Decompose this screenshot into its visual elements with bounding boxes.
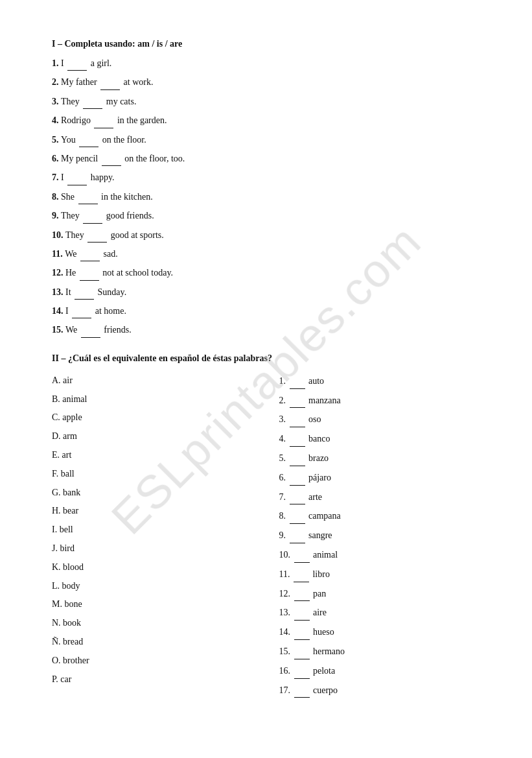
vocab-item: H. bear [52, 503, 253, 519]
vocab-number: 14. [279, 627, 293, 637]
vocab-item: D. arm [52, 429, 253, 444]
vocab-item: F. ball [52, 466, 253, 482]
exercise-item: 1. I a girl. [52, 56, 480, 71]
vocab-number: 3. [279, 414, 288, 424]
exercise-number: 7. [52, 172, 61, 182]
col-left: A. airB. animalC. appleD. armE. artF. ba… [52, 373, 266, 702]
vocab-item: L. body [52, 578, 253, 594]
section2-title: II – ¿Cuál es el equivalente en español … [52, 353, 480, 364]
section1-container: I – Completa usando: am / is / are 1. I … [52, 39, 480, 338]
vocab-item: 1. auto [279, 373, 481, 389]
fill-blank [78, 189, 98, 204]
exercise-number: 3. [52, 97, 61, 106]
exercise-list: 1. I a girl.2. My father at work.3. They… [52, 56, 480, 338]
two-column-layout: A. airB. animalC. appleD. armE. artF. ba… [52, 373, 480, 702]
vocab-item: O. brother [52, 653, 253, 669]
fill-blank [294, 682, 310, 698]
exercise-number: 11. [52, 249, 65, 259]
fill-blank [294, 566, 309, 582]
exercise-item: 3. They my cats. [52, 94, 480, 109]
vocab-item: 10. animal [279, 547, 481, 563]
fill-blank [294, 663, 310, 679]
vocab-number: 17. [279, 685, 293, 695]
vocab-number: 11. [279, 569, 292, 579]
fill-blank [94, 113, 113, 128]
exercise-item: 12. He not at school today. [52, 265, 480, 280]
exercise-item: 8. She in the kitchen. [52, 189, 480, 204]
section2-container: II – ¿Cuál es el equivalente en español … [52, 353, 480, 702]
vocab-item: 16. pelota [279, 663, 481, 679]
exercise-number: 5. [52, 135, 61, 145]
vocab-number: 5. [279, 453, 288, 463]
vocab-item: 13. aire [279, 604, 481, 621]
fill-blank [294, 586, 310, 602]
fill-blank [294, 547, 310, 563]
fill-blank [290, 489, 305, 505]
right-vocab-list: 1. auto2. manzana3. oso4. banco5. brazo6… [279, 373, 481, 698]
exercise-item: 14. I at home. [52, 303, 480, 318]
vocab-number: 16. [279, 666, 293, 676]
vocab-number: 10. [279, 550, 293, 560]
exercise-item: 13. It Sunday. [52, 285, 480, 300]
fill-blank [87, 228, 107, 243]
fill-blank [100, 75, 120, 89]
vocab-item: 14. hueso [279, 624, 481, 640]
vocab-item: 17. cuerpo [279, 682, 481, 698]
exercise-number: 1. [52, 58, 61, 68]
fill-blank [290, 508, 305, 524]
fill-blank [290, 392, 305, 409]
vocab-item: 7. arte [279, 489, 481, 505]
fill-blank [83, 94, 102, 109]
col-right: 1. auto2. manzana3. oso4. banco5. brazo6… [266, 373, 481, 702]
vocab-number: 9. [279, 530, 288, 540]
vocab-number: 2. [279, 396, 288, 405]
fill-blank [80, 246, 100, 261]
fill-blank [80, 265, 99, 280]
vocab-number: 8. [279, 511, 288, 521]
vocab-item: A. air [52, 373, 253, 388]
exercise-item: 6. My pencil on the floor, too. [52, 151, 480, 166]
vocab-item: 15. hermano [279, 643, 481, 659]
exercise-number: 12. [52, 268, 65, 278]
fill-blank [67, 170, 87, 185]
vocab-number: 6. [279, 473, 288, 482]
exercise-number: 6. [52, 154, 61, 163]
left-vocab-list: A. airB. animalC. appleD. armE. artF. ba… [52, 373, 253, 687]
section1-title: I – Completa usando: am / is / are [52, 39, 480, 49]
exercise-number: 10. [52, 230, 65, 240]
fill-blank [294, 604, 310, 621]
fill-blank [79, 132, 98, 147]
vocab-item: P. car [52, 672, 253, 687]
exercise-item: 10. They good at sports. [52, 228, 480, 243]
exercise-item: 15. We friends. [52, 322, 480, 337]
vocab-item: J. bird [52, 541, 253, 556]
vocab-item: G. bank [52, 485, 253, 501]
fill-blank [102, 151, 121, 166]
fill-blank [81, 322, 100, 337]
vocab-item: M. bone [52, 597, 253, 612]
exercise-item: 5. You on the floor. [52, 132, 480, 147]
vocab-number: 7. [279, 492, 288, 502]
exercise-item: 11. We sad. [52, 246, 480, 261]
vocab-item: 5. brazo [279, 450, 481, 466]
vocab-number: 13. [279, 608, 293, 617]
fill-blank [294, 643, 310, 659]
exercise-number: 13. [52, 287, 65, 297]
vocab-number: 4. [279, 434, 288, 444]
exercise-number: 15. [52, 325, 65, 335]
exercise-item: 9. They good friends. [52, 208, 480, 223]
fill-blank [290, 411, 305, 427]
fill-blank [290, 373, 305, 389]
fill-blank [290, 527, 305, 543]
vocab-item: 9. sangre [279, 527, 481, 543]
fill-blank [67, 56, 87, 71]
fill-blank [72, 303, 91, 318]
vocab-item: 3. oso [279, 411, 481, 427]
exercise-number: 4. [52, 115, 61, 125]
vocab-item: 11. libro [279, 566, 481, 582]
vocab-item: I. bell [52, 522, 253, 538]
exercise-item: 2. My father at work. [52, 75, 480, 89]
vocab-item: 6. pájaro [279, 469, 481, 486]
vocab-item: E. art [52, 447, 253, 463]
exercise-item: 4. Rodrigo in the garden. [52, 113, 480, 128]
